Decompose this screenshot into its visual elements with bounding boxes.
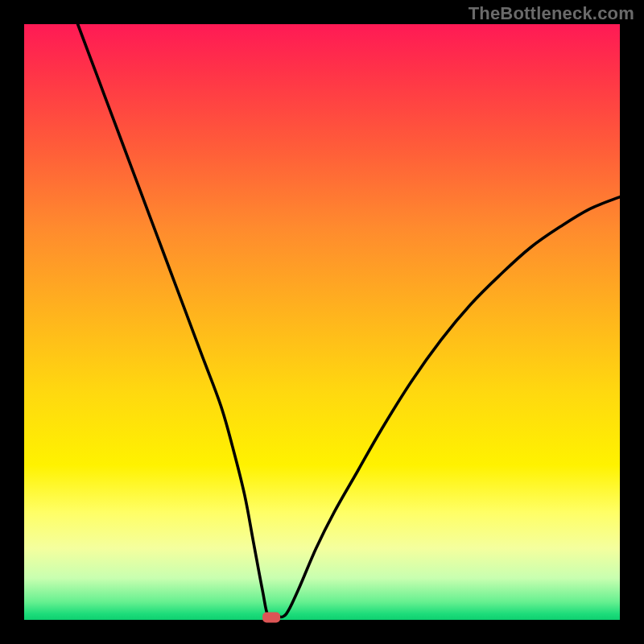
plot-area	[24, 24, 620, 620]
watermark-label: TheBottleneck.com	[469, 3, 634, 24]
chart-svg	[24, 24, 620, 620]
bottleneck-curve	[78, 24, 620, 619]
chart-frame: TheBottleneck.com	[0, 0, 644, 644]
current-config-marker	[262, 613, 280, 623]
